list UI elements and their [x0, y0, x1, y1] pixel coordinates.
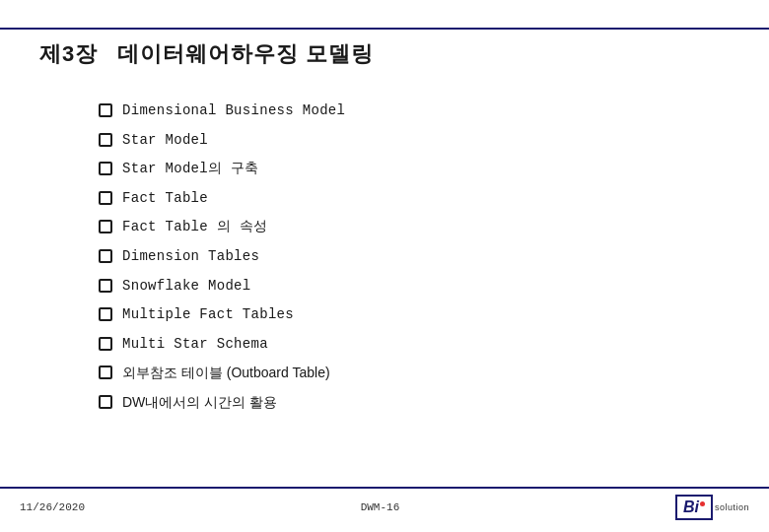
logo-solution-text: solution [715, 502, 749, 512]
logo-dot [700, 501, 705, 506]
footer: 11/26/2020 DWM-16 Bi solution [0, 487, 769, 520]
footer-line [0, 487, 769, 489]
title-label: 데이터웨어하우징 모델링 [117, 39, 374, 69]
item-text-label: Dimension Tables [122, 247, 259, 267]
bullet-icon [99, 191, 112, 205]
list-item: DW내에서의 시간의 활용 [99, 393, 730, 413]
item-text-label: 외부참조 테이블 (Outboard Table) [122, 364, 330, 383]
slide-container: 제3장 데이터웨어하우징 모델링 Dimensional Business Mo… [0, 0, 769, 532]
list-item: Multiple Fact Tables [99, 305, 730, 325]
footer-page: DWM-16 [85, 501, 675, 513]
item-text-label: Snowflake Model [122, 277, 251, 297]
list-item: Fact Table 의 속성 [99, 218, 730, 237]
logo-bi-text: Bi [683, 499, 705, 516]
item-text-label: Fact Table [122, 189, 208, 209]
bullet-icon [99, 307, 112, 321]
bullet-icon [99, 366, 112, 379]
item-text-label: DW내에서의 시간의 활용 [122, 393, 277, 413]
footer-date: 11/26/2020 [20, 501, 85, 513]
bullet-icon [99, 279, 112, 293]
item-text-label: Dimensional Business Model [122, 101, 345, 121]
bullet-icon [99, 133, 112, 147]
bullet-icon [99, 395, 112, 409]
chapter-label: 제3장 [39, 39, 98, 69]
item-text-label: Star Model [122, 131, 208, 151]
item-text-label: Star Model의 구축 [122, 160, 259, 179]
list-item: Snowflake Model [99, 277, 730, 297]
logo-box: Bi [675, 495, 713, 520]
bullet-icon [99, 103, 112, 117]
item-text-label: Multiple Fact Tables [122, 305, 294, 325]
header: 제3장 데이터웨어하우징 모델링 [39, 39, 730, 69]
footer-content: 11/26/2020 DWM-16 Bi solution [0, 495, 769, 520]
list-item: Fact Table [99, 189, 730, 209]
footer-logo: Bi solution [675, 495, 749, 520]
list-item: Dimensional Business Model [99, 101, 730, 121]
list-item: 외부참조 테이블 (Outboard Table) [99, 364, 730, 383]
list-item: Multi Star Schema [99, 335, 730, 355]
bullet-icon [99, 162, 112, 175]
top-line [0, 28, 769, 30]
bullet-icon [99, 337, 112, 351]
item-text-label: Fact Table 의 속성 [122, 218, 267, 237]
bullet-icon [99, 249, 112, 263]
content-area: Dimensional Business ModelStar ModelStar… [39, 97, 730, 413]
bullet-icon [99, 220, 112, 233]
list-item: Star Model [99, 131, 730, 151]
item-text-label: Multi Star Schema [122, 335, 268, 355]
list-item: Dimension Tables [99, 247, 730, 267]
list-item: Star Model의 구축 [99, 160, 730, 179]
